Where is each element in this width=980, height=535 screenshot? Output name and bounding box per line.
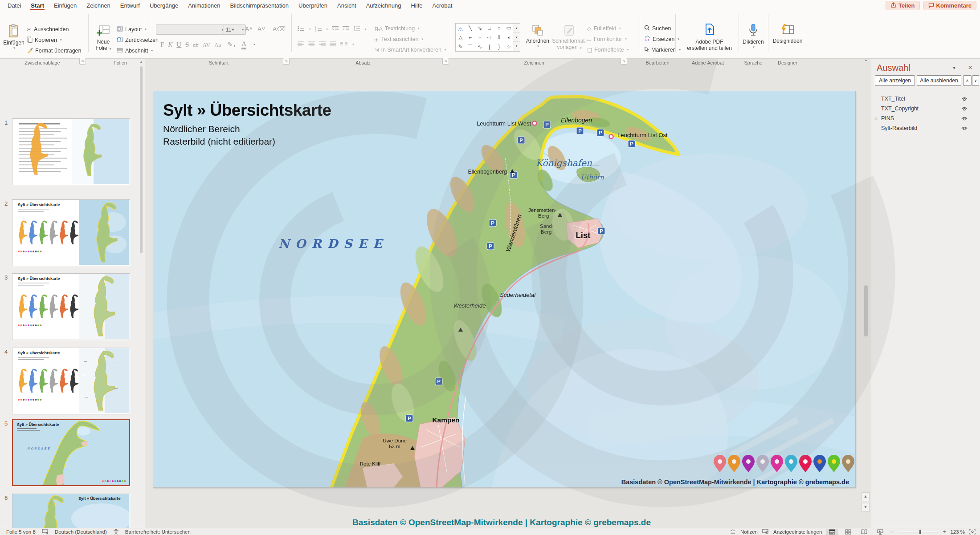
increase-indent-icon[interactable]: [343, 26, 349, 33]
align-text-button[interactable]: ⊞ Text ausrichten▾: [374, 35, 423, 44]
arrange-button[interactable]: Anordnen ▾: [524, 24, 551, 48]
menu-tab-datei[interactable]: Datei: [3, 0, 26, 11]
pane-options-icon[interactable]: ▾: [953, 65, 956, 71]
quick-styles-button[interactable]: Schnellformat- vorlagen ▾: [552, 24, 586, 50]
slide-thumbnail-5[interactable]: Sylt » Übersichtskarte NORDSEE: [12, 419, 130, 486]
menu-tab-entwurf[interactable]: Entwurf: [115, 0, 145, 11]
shape-outline-button[interactable]: ▱ Formkontur▾: [587, 35, 627, 44]
zoom-in-button[interactable]: +: [943, 529, 946, 535]
rectangle-shape-icon[interactable]: □: [488, 25, 491, 31]
reset-button[interactable]: Zurücksetzen: [117, 36, 159, 45]
move-down-button[interactable]: ∨: [972, 75, 979, 86]
menu-tab-bildschirmpräsentation[interactable]: Bildschirmpräsentation: [225, 0, 294, 11]
star-shape-icon[interactable]: ☆: [506, 44, 511, 49]
align-right-icon[interactable]: [319, 41, 326, 48]
menu-tab-aufzeichnung[interactable]: Aufzeichnung: [361, 0, 406, 11]
normal-view-button[interactable]: [826, 529, 838, 535]
font-style-av[interactable]: AV: [203, 41, 210, 48]
slideshow-view-button[interactable]: [874, 529, 886, 535]
share-button[interactable]: Teilen: [886, 1, 920, 10]
accessibility-status[interactable]: Barrierefreiheit: Untersuchen: [125, 529, 191, 535]
expand-icon[interactable]: ▷: [875, 117, 878, 121]
slide-thumbnail-2[interactable]: Sylt » Übersichtskarte: [12, 199, 130, 266]
font-name-combo[interactable]: ▾: [156, 24, 225, 35]
zoom-slider-thumb[interactable]: [919, 530, 921, 534]
arrow-down-shape-icon[interactable]: ⇩: [497, 35, 501, 40]
number-list-icon[interactable]: 123: [315, 26, 322, 33]
layout-button[interactable]: Layout▾: [117, 25, 147, 34]
font-style-s[interactable]: S: [185, 41, 189, 48]
align-left-icon[interactable]: [298, 41, 304, 48]
menu-tab-start[interactable]: Start: [26, 0, 49, 11]
font-size-combo[interactable]: 11+▾: [224, 24, 246, 35]
textbox-shape-icon[interactable]: A: [458, 26, 463, 31]
slide-thumbnail-6[interactable]: Sylt » Übersichtskarte: [12, 494, 130, 528]
new-slide-button[interactable]: Neue Folie ▾: [92, 24, 115, 51]
thumbnail-scrollbar[interactable]: ▲: [139, 59, 144, 527]
show-all-button[interactable]: Alle anzeigen: [875, 75, 915, 86]
language-status[interactable]: Deutsch (Deutschland): [55, 529, 107, 535]
shapes-gallery-scroll[interactable]: ▴▾⇟: [513, 23, 520, 52]
pane-close-icon[interactable]: ✕: [968, 65, 972, 71]
design-ideas-button[interactable]: Designideen: [770, 23, 805, 45]
eye-icon[interactable]: [961, 97, 968, 101]
clipboard-dialog-launcher[interactable]: ⇘: [79, 58, 86, 65]
bullet-list-icon[interactable]: [298, 26, 304, 33]
previous-slide-button[interactable]: ▲: [862, 492, 870, 501]
menu-tab-überprüfen[interactable]: Überprüfen: [294, 0, 332, 11]
format-painter-button[interactable]: Format übertragen: [27, 46, 82, 55]
curve-shape-icon[interactable]: ∿: [478, 44, 482, 49]
find-button[interactable]: Suchen: [644, 24, 671, 33]
shape-fill-button[interactable]: ◇ Fülleffekt▾: [587, 24, 621, 33]
elbow-shape-icon[interactable]: ⌐: [469, 35, 472, 40]
brace-right-shape-icon[interactable]: }: [498, 44, 500, 49]
menu-tab-ansicht[interactable]: Ansicht: [332, 0, 361, 11]
cut-button[interactable]: ✂ Ausschneiden: [27, 25, 69, 34]
eye-icon[interactable]: [961, 126, 968, 131]
blob-shape-icon[interactable]: ◖: [507, 35, 510, 40]
replace-button[interactable]: bc Ersetzen▾: [644, 35, 679, 44]
paragraph-dialog-launcher[interactable]: ⇘: [442, 58, 449, 65]
justify-icon[interactable]: [330, 41, 336, 48]
zoom-slider[interactable]: [898, 532, 938, 532]
smartart-button[interactable]: ⇲ In SmartArt konvertieren▾: [374, 45, 446, 54]
slide-sorter-view-button[interactable]: [842, 529, 854, 535]
triangle-shape-icon[interactable]: △: [458, 35, 462, 40]
slide-5-canvas[interactable]: PPPPPPPPPPP Leuchtturm List WestEllenbog…: [153, 91, 855, 487]
font-color-button[interactable]: A: [241, 40, 246, 49]
next-slide-button[interactable]: ▼: [862, 503, 870, 512]
brace-left-shape-icon[interactable]: {: [489, 44, 490, 49]
align-center-icon[interactable]: [308, 41, 315, 48]
fit-slide-icon[interactable]: [969, 529, 976, 535]
clear-formatting-button[interactable]: A⌫: [273, 24, 286, 33]
comments-button[interactable]: Kommentare: [923, 1, 976, 10]
arc-shape-icon[interactable]: ⌒: [467, 44, 473, 49]
slide-thumbnail-3[interactable]: Sylt » Übersichtskarte: [12, 273, 130, 340]
scribble-shape-icon[interactable]: ✎: [458, 44, 463, 49]
line-shape-icon[interactable]: ╲: [469, 25, 472, 31]
font-dialog-launcher[interactable]: ⇘: [283, 58, 290, 65]
scrollbar-up-icon[interactable]: ▲: [863, 58, 869, 65]
text-direction-button[interactable]: ⇅A Textrichtung▾: [374, 24, 420, 33]
menu-tab-einfügen[interactable]: Einfügen: [49, 0, 82, 11]
scroll-up-icon[interactable]: ▲: [139, 59, 144, 65]
ellipse-shape-icon[interactable]: ○: [498, 25, 501, 31]
line-spacing-icon[interactable]: [353, 26, 360, 33]
canvas-scrollbar[interactable]: ▲: [862, 58, 870, 508]
shapes-gallery[interactable]: A ╲ ↘ □ ○ ▭ △ ⌐ ¬ ⇨ ⇩ ◖ ✎ ⌒ ∿ { } ☆: [455, 23, 514, 52]
adobe-pdf-button[interactable]: Adobe PDF erstellen und teilen: [682, 23, 737, 51]
notes-toggle[interactable]: Notizen: [740, 529, 758, 535]
menu-tab-zeichnen[interactable]: Zeichnen: [82, 0, 115, 11]
dictate-button[interactable]: Diktieren ▾: [740, 23, 766, 49]
selection-item-txt_titel[interactable]: TXT_Titel: [871, 94, 980, 104]
columns-icon[interactable]: [340, 41, 347, 48]
font-style-f[interactable]: F: [160, 41, 164, 48]
selection-item-sylt-rasterbild[interactable]: Sylt-Rasterbild: [871, 123, 980, 133]
shrink-font-button[interactable]: A˅: [257, 24, 265, 33]
arrow-right-shape-icon[interactable]: ⇨: [487, 35, 492, 40]
grow-font-button[interactable]: A˄: [245, 24, 253, 33]
zoom-out-button[interactable]: −: [890, 529, 894, 535]
hide-all-button[interactable]: Alle ausblenden: [917, 75, 961, 86]
slide-thumbnail-1[interactable]: [12, 118, 130, 185]
elbow2-shape-icon[interactable]: ¬: [478, 35, 482, 40]
